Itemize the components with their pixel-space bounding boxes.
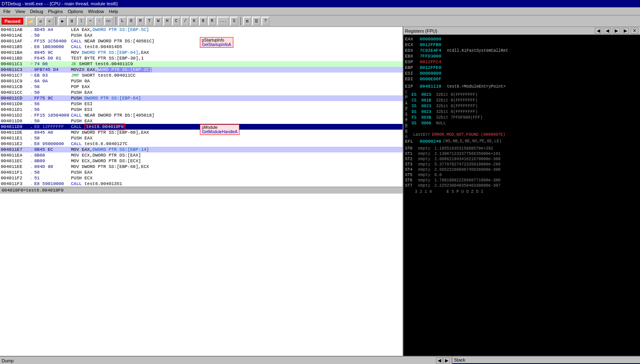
disasm-row-13[interactable]: 004011D0 . 56 PUSH ESI (0, 101, 403, 107)
disasm-row-16[interactable]: 004011D8 . 50 PUSH EAX (0, 118, 403, 124)
bottom-layout: Dump ◀ ▶ 0040600000000000 00406004000000… (0, 356, 640, 364)
btn-W[interactable]: W (154, 17, 162, 26)
restart-btn[interactable]: ↺ (36, 17, 44, 26)
bytes-13: 56 (34, 101, 71, 106)
menu-plugins[interactable]: Plugins (46, 8, 65, 15)
dump-nav-back[interactable]: ◀ (436, 357, 443, 364)
run-btn[interactable]: ▶ (58, 17, 66, 26)
menu-file[interactable]: File (1, 8, 13, 15)
reg-nav-fwd[interactable]: ▶ (622, 28, 629, 34)
btn-help[interactable]: ? (261, 17, 270, 26)
disasm-row-22[interactable]: 004011EA . 8B08 MOV ECX,DWORD PTR DS:[EA… (0, 152, 403, 158)
registers-panel: EAX 00000000 ECX 0012FFB0 EDX 7C92E4F4 n… (403, 35, 640, 356)
fpu-st1: ST1 empty 2.13867123337756635000e+191 (405, 152, 638, 157)
disasm-row-7[interactable]: 004011C3 . 0FB745 D4 MOVZX EAX,WORD PTR … (0, 67, 403, 73)
disasm-row-24[interactable]: 004011EE . 894D 98 MOV DWORD PTR SS:[EBP… (0, 164, 403, 170)
seg-es: C 0 ES 0023 32bit 0(FFFFFFFF) (405, 92, 638, 97)
bp-6: > (30, 62, 34, 66)
reg-nav-prev[interactable]: ◀ (604, 28, 611, 34)
register-header: Registers (FPU) ◀ ◀ ▶ ▶ ✕ (403, 27, 640, 35)
menu-help[interactable]: Help (106, 8, 121, 15)
disasm-panel: pStartupInfo GetStartupInfoA pModule Get… (0, 27, 403, 356)
addr-9: 004011C9 (1, 79, 30, 84)
disasm-row-14[interactable]: 004011D1 . 56 PUSH ESI (0, 107, 403, 113)
fpu-bits: 3 2 1 0 E S P U O Z D I (405, 190, 638, 194)
disasm-row-1[interactable]: 004011AE . 50 PUSH EAX (0, 33, 403, 38)
disasm-row-5[interactable]: 004011BD . F645 D0 01 TEST BYTE PTR SS:[… (0, 55, 403, 61)
mnem-23: MOV ECX,DWORD PTR DS:[ECX] (71, 159, 402, 163)
bp-23: . (30, 159, 34, 163)
btn-grid[interactable]: ⊞ (243, 17, 251, 26)
btn-M[interactable]: M (136, 17, 144, 26)
btn-dots[interactable]: ... (217, 17, 229, 26)
stack-header: Stack (452, 357, 640, 363)
menu-options[interactable]: Options (65, 8, 86, 15)
menu-view[interactable]: View (13, 8, 28, 15)
disasm-row-27[interactable]: 004011F3 . E8 59010000 CALL test6.004013… (0, 181, 403, 187)
disasm-row-17[interactable]: 004011D9 . E8 12FFFFFF CALL test6.004010… (0, 124, 403, 130)
reg-edx: EDX 7C92E4F4 ntdll.KiFastSystemCallRet (405, 48, 638, 53)
addr-25: 004011F1 (1, 170, 30, 175)
open-btn[interactable]: 📂 (26, 17, 35, 26)
disasm-row-26[interactable]: 004011F2 . 51 PUSH ECX (0, 175, 403, 181)
disasm-row-11[interactable]: 004011CC . 50 PUSH EAX (0, 90, 403, 95)
bp-10: . (30, 84, 34, 89)
bp-16: . (30, 119, 34, 124)
close-btn[interactable]: ✕ (45, 17, 53, 26)
addr-15: 004011D2 (1, 113, 30, 118)
step-out-btn[interactable]: ↑ (95, 17, 103, 26)
disasm-row-15[interactable]: 004011D2 . FF15 18504000 CALL NEAR DWORD… (0, 113, 403, 118)
main-layout: pStartupInfo GetStartupInfoA pModule Get… (0, 27, 640, 356)
fpu-st3: ST3 empty 5.37797027472335010000e-299 (405, 162, 638, 168)
disasm-row-4[interactable]: 004011BA . 8945 9C MOV DWORD PTR SS:[EBP… (0, 50, 403, 55)
seg-lasterr: O 0 LastErr ERROR_MOD_NOT_FOUND (0000007… (405, 132, 638, 137)
disasm-row-20[interactable]: 004011E2 . E8 95000000 CALL test6.6.0040… (0, 141, 403, 147)
disasm-row-12[interactable]: 004011CD . FF75 9C PUSH DWORD PTR SS:[EB… (0, 95, 403, 101)
btn-K[interactable]: K (190, 17, 198, 26)
disasm-row-9[interactable]: 004011C9 . 6A 0A PUSH 0A (0, 78, 403, 84)
bp-1: . (30, 33, 34, 38)
bytes-0: 8D45 A4 (34, 27, 71, 32)
disasm-row-10[interactable]: 004011CB . 58 POP EAX (0, 84, 403, 90)
addr-3: 004011B5 (1, 44, 30, 49)
reg-nav-next[interactable]: ▶ (613, 28, 620, 34)
reg-nav-close[interactable]: ✕ (631, 28, 638, 34)
menu-debug[interactable]: Debug (27, 8, 45, 15)
disasm-row-18[interactable]: 004011DE . 8945 A0 MOV DWORD PTR SS:[EBP… (0, 130, 403, 135)
step-over-btn[interactable]: ↷ (86, 17, 94, 26)
mnem-9: PUSH 0A (71, 79, 402, 84)
disasm-row-21[interactable]: 004011E7 . 8B45 EC MOV EAX,DWORD PTR SS:… (0, 147, 403, 152)
btn-E[interactable]: E (127, 17, 135, 26)
seg-ds: Z 1 DS 0023 32bit 0(FFFFFFFF) (405, 109, 638, 115)
bp-9: . (30, 79, 34, 84)
sep2 (115, 17, 116, 25)
disasm-row-2[interactable]: 004011AF . FF15 1C50400 CALL NEAR DWORD … (0, 38, 403, 44)
reg-esi: ESI 00000000 (405, 71, 638, 76)
btn-S[interactable]: S (230, 17, 238, 26)
disasm-row-25[interactable]: 004011F1 . 50 PUSH EAX (0, 170, 403, 175)
step-into-btn[interactable]: ⤵ (77, 17, 85, 26)
dump-nav-fwd[interactable]: ▶ (443, 357, 450, 364)
mnem-2: CALL NEAR DWORD PTR DS:[40501C] (71, 39, 402, 44)
btn-list[interactable]: ☰ (252, 17, 261, 26)
menu-window[interactable]: Window (86, 8, 106, 15)
btn-T[interactable]: T (145, 17, 153, 26)
disasm-row-6[interactable]: 004011C1 > 74 06 JE SHORT test6.004011C9 (0, 61, 403, 67)
disasm-row-19[interactable]: 004011E1 . 50 PUSH EAX (0, 135, 403, 141)
bytes-9: 6A 0A (34, 79, 71, 84)
btn-L[interactable]: L (118, 17, 126, 26)
disasm-row-23[interactable]: 004011EC . 8B09 MOV ECX,DWORD PTR DS:[EC… (0, 158, 403, 164)
btn-B[interactable]: B (199, 17, 207, 26)
pause-btn[interactable]: ⏸ (67, 17, 76, 26)
btn-H[interactable]: H (163, 17, 171, 26)
disasm-row-0[interactable]: 004011AB . 8D45 A4 LEA EAX,DWORD PTR SS:… (0, 27, 403, 33)
bytes-11: 50 (34, 90, 71, 95)
disasm-row-8[interactable]: 004011C7 > EB 03 JMP SHORT test6.004011C… (0, 73, 403, 78)
disasm-row-3[interactable]: 004011B5 . E8 1B030000 CALL test6.004014… (0, 44, 403, 50)
addr-21: 004011E7 (1, 147, 30, 152)
btn-C[interactable]: C (172, 17, 180, 26)
reg-nav-back[interactable]: ◀ (595, 28, 602, 34)
animate-btn[interactable]: ▷▷ (104, 17, 113, 26)
btn-R[interactable]: R (208, 17, 216, 26)
btn-slash[interactable]: / (181, 17, 189, 26)
